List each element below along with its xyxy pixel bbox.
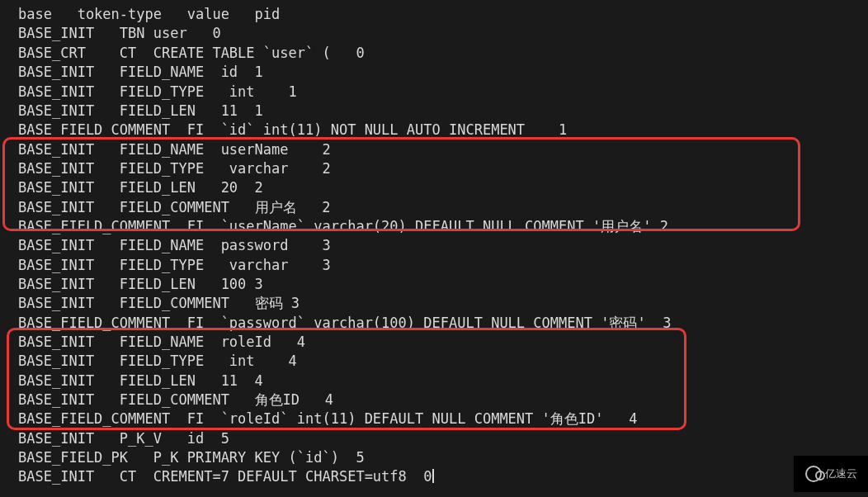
watermark: 亿速云: [794, 456, 868, 492]
output-row: BASE_INIT FIELD_TYPE int 4: [18, 352, 297, 371]
watermark-text: 亿速云: [825, 464, 857, 483]
output-row: BASE_FIELD_COMMENT FI `roleId` int(11) D…: [18, 409, 637, 428]
output-row: BASE_INIT P_K_V id 5: [18, 429, 229, 448]
output-row: BASE_INIT FIELD_NAME userName 2: [18, 140, 331, 159]
output-row: BASE_INIT FIELD_TYPE varchar 3: [18, 256, 331, 275]
output-row: BASE_INIT FIELD_LEN 20 2: [18, 178, 263, 197]
output-row: BASE_INIT FIELD_COMMENT 密码 3: [18, 294, 300, 313]
output-row: BASE_INIT FIELD_COMMENT 用户名 2: [18, 198, 331, 217]
output-row: BASE_INIT FIELD_NAME roleId 4: [18, 333, 305, 352]
output-row: BASE_INIT FIELD_LEN 11 4: [18, 372, 263, 390]
output-row: BASE_FIELD_COMMENT FI `userName` varchar…: [18, 217, 668, 236]
output-row: BASE_INIT FIELD_TYPE varchar 2: [18, 159, 331, 178]
output-row: BASE_INIT FIELD_NAME id 1: [18, 63, 263, 82]
output-row: BASE_FIELD_COMMENT FI `id` int(11) NOT N…: [18, 121, 567, 140]
output-row: BASE_FIELD_PK P_K PRIMARY KEY (`id`) 5: [18, 448, 365, 467]
output-row: BASE_CRT CT CREATE TABLE `user` ( 0: [18, 44, 365, 63]
terminal-output[interactable]: base token-type value pid BASE_INIT TBN …: [0, 0, 868, 497]
output-row: BASE_INIT FIELD_TYPE int 1: [18, 83, 297, 102]
output-row: BASE_INIT CT CREMENT=7 DEFAULT CHARSET=u…: [18, 467, 434, 486]
output-row: BASE_INIT TBN user 0: [18, 24, 221, 43]
table-header: base token-type value pid: [18, 5, 280, 24]
output-row: BASE_INIT FIELD_COMMENT 角色ID 4: [18, 390, 333, 409]
output-row: BASE_INIT FIELD_NAME password 3: [18, 236, 331, 255]
text-cursor: [432, 469, 434, 483]
output-row: BASE_INIT FIELD_LEN 11 1: [18, 102, 263, 121]
output-row: BASE_INIT FIELD_LEN 100 3: [18, 275, 263, 294]
output-row: BASE_FIELD_COMMENT FI `password` varchar…: [18, 314, 671, 333]
cloud-icon: [805, 466, 822, 482]
